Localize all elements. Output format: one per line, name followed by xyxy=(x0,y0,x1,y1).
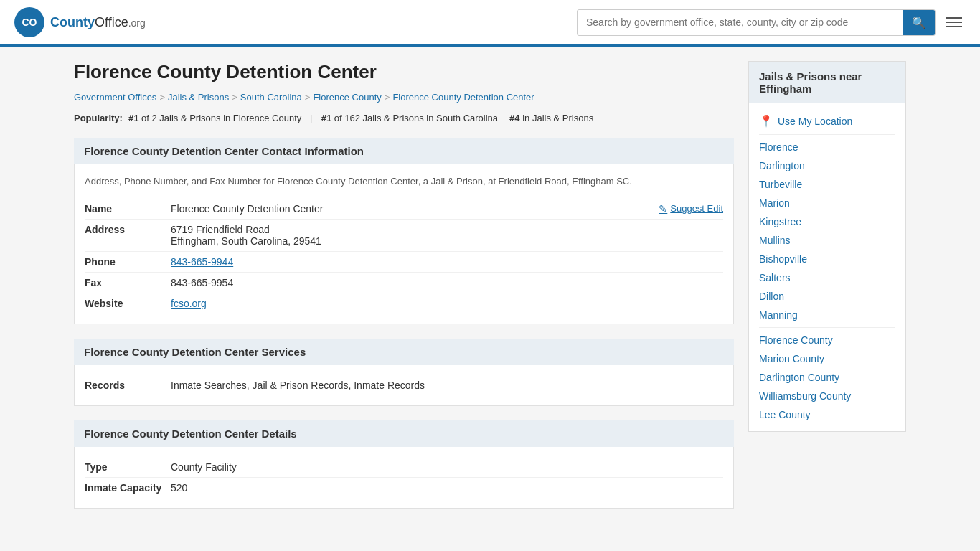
address-line2: Effingham, South Carolina, 29541 xyxy=(171,235,321,247)
sidebar-item-marion-county[interactable]: Marion County xyxy=(759,349,895,368)
fax-value: 843-665-9954 xyxy=(171,277,723,288)
contact-section-body: Address, Phone Number, and Fax Number fo… xyxy=(74,164,734,324)
phone-link[interactable]: 843-665-9944 xyxy=(171,256,233,268)
breadcrumb-jails-prisons[interactable]: Jails & Prisons xyxy=(168,92,229,103)
sidebar-divider-1 xyxy=(759,134,895,135)
suggest-edit-button[interactable]: ✎ Suggest Edit xyxy=(659,203,723,215)
search-button[interactable]: 🔍 xyxy=(903,10,935,35)
use-my-location[interactable]: 📍 Use My Location xyxy=(759,110,895,131)
services-section-header: Florence County Detention Center Service… xyxy=(74,339,734,365)
sidebar-title: Jails & Prisons near Effingham xyxy=(749,62,905,103)
sidebar-item-dillon[interactable]: Dillon xyxy=(759,287,895,306)
sidebar-item-williamsburg-county[interactable]: Williamsburg County xyxy=(759,387,895,405)
use-my-location-label: Use My Location xyxy=(778,116,852,127)
records-row: Records Inmate Searches, Jail & Prison R… xyxy=(85,375,723,395)
menu-line-1 xyxy=(946,17,962,19)
suggest-edit-label: Suggest Edit xyxy=(670,203,723,214)
capacity-row: Inmate Capacity 520 xyxy=(85,478,723,498)
suggest-edit-icon: ✎ xyxy=(659,203,667,215)
breadcrumb-government-offices[interactable]: Government Offices xyxy=(74,92,156,103)
address-line1: 6719 Friendfield Road xyxy=(171,224,270,235)
popularity-rank2: #1 of 162 Jails & Prisons in South Carol… xyxy=(321,113,498,123)
capacity-label: Inmate Capacity xyxy=(85,482,171,494)
page-title: Florence County Detention Center xyxy=(74,61,734,83)
sidebar-item-kingstree[interactable]: Kingstree xyxy=(759,212,895,231)
sidebar-item-lee-county[interactable]: Lee County xyxy=(759,405,895,424)
type-value: County Facility xyxy=(171,461,723,473)
phone-value: 843-665-9944 xyxy=(171,256,723,268)
website-value: fcso.org xyxy=(171,298,723,309)
sidebar-item-florence-county[interactable]: Florence County xyxy=(759,331,895,349)
details-section: Florence County Detention Center Details… xyxy=(74,420,734,509)
search-bar: 🔍 xyxy=(577,9,936,36)
popularity-label: Popularity: xyxy=(74,113,123,123)
sidebar-item-salters[interactable]: Salters xyxy=(759,268,895,287)
sidebar-item-darlington-county[interactable]: Darlington County xyxy=(759,368,895,387)
capacity-value: 520 xyxy=(171,482,723,494)
name-label: Name xyxy=(85,203,171,215)
records-value: Inmate Searches, Jail & Prison Records, … xyxy=(171,380,723,391)
fax-row: Fax 843-665-9954 xyxy=(85,273,723,293)
logo-text: CountyOffice.org xyxy=(50,15,146,30)
main-container: Florence County Detention Center Governm… xyxy=(60,61,920,523)
svg-text:CO: CO xyxy=(22,17,37,28)
menu-line-3 xyxy=(946,26,962,27)
menu-line-2 xyxy=(946,22,962,23)
sidebar-item-turbeville[interactable]: Turbeville xyxy=(759,175,895,194)
name-value: Florence County Detention Center xyxy=(171,203,659,215)
address-label: Address xyxy=(85,224,171,235)
header-right: 🔍 xyxy=(577,9,966,36)
breadcrumb-current[interactable]: Florence County Detention Center xyxy=(392,92,534,103)
contact-section-header: Florence County Detention Center Contact… xyxy=(74,138,734,164)
records-label: Records xyxy=(85,380,171,391)
sidebar-item-mullins[interactable]: Mullins xyxy=(759,231,895,250)
sidebar-list: 📍 Use My Location Florence Darlington Tu… xyxy=(749,103,905,431)
type-label: Type xyxy=(85,461,171,473)
website-link[interactable]: fcso.org xyxy=(171,298,207,309)
sidebar: Jails & Prisons near Effingham 📍 Use My … xyxy=(748,61,906,523)
logo-area: CO CountyOffice.org xyxy=(14,7,146,37)
phone-row: Phone 843-665-9944 xyxy=(85,252,723,273)
details-section-header: Florence County Detention Center Details xyxy=(74,420,734,447)
sidebar-item-manning[interactable]: Manning xyxy=(759,306,895,324)
phone-label: Phone xyxy=(85,256,171,268)
logo-svg: CO xyxy=(19,12,39,32)
fax-label: Fax xyxy=(85,277,171,288)
address-value: 6719 Friendfield Road Effingham, South C… xyxy=(171,224,723,247)
popularity-rank1: #1 of 2 Jails & Prisons in Florence Coun… xyxy=(128,113,301,123)
sidebar-item-bishopville[interactable]: Bishopville xyxy=(759,250,895,268)
services-section: Florence County Detention Center Service… xyxy=(74,339,734,406)
location-icon: 📍 xyxy=(759,114,773,128)
contact-description: Address, Phone Number, and Fax Number fo… xyxy=(85,174,723,189)
site-header: CO CountyOffice.org 🔍 xyxy=(0,0,980,47)
sidebar-item-darlington[interactable]: Darlington xyxy=(759,156,895,175)
breadcrumb: Government Offices > Jails & Prisons > S… xyxy=(74,92,734,103)
type-row: Type County Facility xyxy=(85,457,723,478)
breadcrumb-florence-county[interactable]: Florence County xyxy=(313,92,381,103)
logo-icon: CO xyxy=(14,7,44,37)
popularity-rank3: #4 in Jails & Prisons xyxy=(509,113,593,123)
main-content: Florence County Detention Center Governm… xyxy=(74,61,734,523)
contact-section: Florence County Detention Center Contact… xyxy=(74,138,734,324)
website-row: Website fcso.org xyxy=(85,293,723,314)
menu-button[interactable] xyxy=(943,14,966,31)
name-row: Name Florence County Detention Center ✎ … xyxy=(85,199,723,220)
details-section-body: Type County Facility Inmate Capacity 520 xyxy=(74,447,734,509)
sidebar-divider-2 xyxy=(759,327,895,328)
sidebar-item-florence[interactable]: Florence xyxy=(759,138,895,156)
search-input[interactable] xyxy=(578,11,903,34)
website-label: Website xyxy=(85,298,171,309)
sidebar-item-marion[interactable]: Marion xyxy=(759,194,895,212)
sidebar-box: Jails & Prisons near Effingham 📍 Use My … xyxy=(748,61,906,432)
popularity-bar: Popularity: #1 of 2 Jails & Prisons in F… xyxy=(74,113,734,123)
breadcrumb-south-carolina[interactable]: South Carolina xyxy=(240,92,302,103)
services-section-body: Records Inmate Searches, Jail & Prison R… xyxy=(74,365,734,406)
address-row: Address 6719 Friendfield Road Effingham,… xyxy=(85,220,723,252)
